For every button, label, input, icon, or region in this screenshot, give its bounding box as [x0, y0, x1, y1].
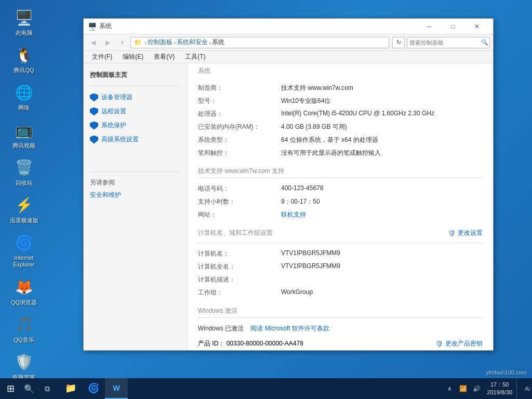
search-input[interactable]: [409, 39, 481, 46]
table-row: 系统类型： 64 位操作系统，基于 x64 的处理器: [198, 134, 483, 147]
taskbar-apps: 📁 🌀 W: [59, 378, 128, 399]
product-id-row: 产品 ID： 00330-80000-00000-AA478 🛡️ 更改产品密钥: [198, 337, 483, 350]
value-system-type: 64 位操作系统，基于 x64 的处理器: [281, 134, 483, 147]
change-settings-button[interactable]: 🛡️ 更改设置: [448, 229, 483, 237]
value-hours: 9：00-17：50: [281, 195, 483, 208]
icon-ie[interactable]: 🌀 Internet Explorer: [5, 230, 43, 270]
taskbar-ai-label: Ai: [523, 385, 532, 392]
shield-icon: [90, 94, 98, 102]
tray-show-desktop[interactable]: [516, 378, 521, 399]
desktop: 🖥️ 此电脑 🐧 腾讯QQ 🌐 网络 📺 腾讯视频 🗑️ 回收站 ⚡ 迅雷极速版…: [0, 0, 532, 399]
system-info-table: 制造商： 技术支持 www.win7w.com 型号： Win10专业版64位 …: [198, 82, 483, 159]
activation-row: Windows 已激活 阅读 Microsoft 软件许可条款: [198, 322, 483, 337]
address-path[interactable]: 📁 › 控制面板 › 系统和安全 › 系统: [130, 37, 389, 48]
shield-icon-2: [90, 108, 98, 116]
sidebar: 控制面板主页 设备管理器 远程设置 系统保护 高级系统设置: [84, 63, 188, 350]
window-controls: ─ □ ✕: [417, 19, 489, 34]
path-folder-icon: 📁: [134, 39, 142, 46]
task-view-button[interactable]: ⧉: [37, 378, 57, 399]
label-workgroup: 工作组：: [198, 286, 281, 299]
table-row: 计算机名： VTV1IPBGR5JFMM9: [198, 247, 483, 260]
icon-qq-browser[interactable]: 🦊 QQ浏览器: [5, 275, 43, 308]
up-button[interactable]: ↑: [116, 36, 128, 49]
icon-tencent-video[interactable]: 📺 腾讯视频: [5, 118, 43, 151]
taskbar-word[interactable]: W: [105, 378, 128, 399]
main-content: 系统 制造商： 技术支持 www.win7w.com 型号： Win10专业版6…: [188, 63, 493, 350]
online-support-link[interactable]: 联机支持: [281, 211, 306, 218]
tray-up-arrow[interactable]: ∧: [443, 378, 456, 399]
maximize-button[interactable]: □: [441, 19, 465, 34]
sidebar-also-link-security[interactable]: 安全和维护: [84, 189, 187, 201]
icon-network[interactable]: 🌐 网络: [5, 80, 43, 113]
tray-network-icon[interactable]: 📶: [457, 378, 469, 399]
table-row: 工作组： WorkGroup: [198, 286, 483, 299]
forward-button[interactable]: ▶: [101, 36, 114, 49]
tray-volume-icon[interactable]: 🔊: [470, 378, 483, 399]
sidebar-also-see-title: 另请参阅: [84, 176, 187, 189]
icon-qq-music[interactable]: 🎵 QQ音乐: [5, 312, 43, 345]
sidebar-link-device-manager[interactable]: 设备管理器: [84, 90, 187, 104]
value-computer-name: VTV1IPBGR5JFMM9: [281, 247, 483, 260]
shield-icon-3: [90, 122, 98, 130]
taskbar-ie[interactable]: 🌀: [82, 378, 105, 399]
label-computer-name: 计算机名：: [198, 247, 281, 260]
sidebar-main-title: 控制面板主页: [84, 69, 187, 82]
support-info-table: 电话号码： 400-123-45678 支持小时数： 9：00-17：50 网站…: [198, 182, 483, 221]
taskbar-search-button[interactable]: 🔍: [21, 378, 37, 399]
menu-view[interactable]: 查看(V): [150, 51, 179, 62]
license-link[interactable]: 阅读 Microsoft 软件许可条款: [250, 325, 329, 332]
icon-xunlei[interactable]: ⚡ 迅雷极速版: [5, 193, 43, 226]
label-processor: 处理器：: [198, 108, 281, 121]
table-row: 计算机全名： VTV1IPBGR5JFMM9: [198, 260, 483, 273]
shield-icon-inline: 🛡️: [448, 230, 456, 237]
menu-edit[interactable]: 编辑(E): [118, 51, 148, 62]
table-row: 支持小时数： 9：00-17：50: [198, 195, 483, 208]
path-control-panel[interactable]: 控制面板: [148, 38, 172, 47]
value-processor: Intel(R) Core(TM) i5-4200U CPU @ 1.60GHz…: [281, 108, 483, 121]
label-ram: 已安装的内存(RAM)：: [198, 121, 281, 134]
product-id-label: 产品 ID：: [198, 340, 224, 347]
tray-clock[interactable]: 17：50 2019/8/30: [484, 381, 515, 397]
shield-icon-key: 🛡️: [435, 340, 443, 348]
sidebar-link-remote-settings[interactable]: 远程设置: [84, 104, 187, 118]
search-icon[interactable]: 🔍: [481, 39, 488, 46]
label-phone: 电话号码：: [198, 182, 281, 195]
table-row: 处理器： Intel(R) Core(TM) i5-4200U CPU @ 1.…: [198, 108, 483, 121]
minimize-button[interactable]: ─: [417, 19, 441, 34]
refresh-button[interactable]: ↻: [392, 37, 405, 48]
sidebar-link-advanced-settings[interactable]: 高级系统设置: [84, 132, 187, 147]
taskbar-tray: ∧ 📶 🔊 17：50 2019/8/30: [443, 378, 523, 399]
menu-tools[interactable]: 工具(T): [181, 51, 209, 62]
back-button[interactable]: ◀: [87, 36, 99, 49]
value-ram: 4.00 GB (3.89 GB 可用): [281, 121, 483, 134]
table-row: 制造商： 技术支持 www.win7w.com: [198, 82, 483, 95]
change-product-key-button[interactable]: 🛡️ 更改产品密钥: [435, 339, 483, 348]
table-row: 网站： 联机支持: [198, 208, 483, 221]
path-system-security[interactable]: 系统和安全: [177, 38, 208, 47]
sidebar-divider-bottom: [90, 171, 181, 172]
value-phone: 400-123-45678: [281, 182, 483, 195]
menu-file[interactable]: 文件(F): [88, 51, 116, 62]
label-hours: 支持小时数：: [198, 195, 281, 208]
value-pen-touch: 没有可用于此显示器的笔或触控输入: [281, 147, 483, 159]
sidebar-link-system-protect[interactable]: 系统保护: [84, 118, 187, 132]
icon-qq[interactable]: 🐧 腾讯QQ: [5, 43, 43, 76]
start-button[interactable]: ⊞: [0, 378, 21, 399]
icon-my-computer[interactable]: 🖥️ 此电脑: [5, 5, 43, 38]
content-inner: 制造商： 技术支持 www.win7w.com 型号： Win10专业版64位 …: [188, 76, 493, 350]
activated-text: Windows 已激活: [198, 325, 244, 332]
address-bar: ◀ ▶ ↑ 📁 › 控制面板 › 系统和安全 › 系统 ↻ 🔍: [84, 34, 493, 51]
label-system-type: 系统类型：: [198, 134, 281, 147]
taskbar-explorer[interactable]: 📁: [59, 378, 82, 399]
close-button[interactable]: ✕: [465, 19, 489, 34]
product-id-value: 00330-80000-00000-AA478: [227, 340, 303, 347]
taskbar: ⊞ 🔍 ⧉ 📁 🌀 W ∧ 📶 🔊 17：50 2019/8/30 Ai: [0, 378, 532, 399]
search-box: 🔍: [407, 37, 490, 48]
value-website: 联机支持: [281, 208, 483, 221]
section4-header: Windows 激活: [198, 303, 483, 318]
label-computer-desc: 计算机描述：: [198, 273, 281, 286]
table-row: 已安装的内存(RAM)： 4.00 GB (3.89 GB 可用): [198, 121, 483, 134]
icon-recycle-bin[interactable]: 🗑️ 回收站: [5, 155, 43, 189]
system-window: 🖥️ 系统 ─ □ ✕ ◀ ▶ ↑ 📁 › 控制面板 › 系统和安全 › 系统: [83, 18, 494, 351]
window-body: 控制面板主页 设备管理器 远程设置 系统保护 高级系统设置: [84, 63, 493, 350]
